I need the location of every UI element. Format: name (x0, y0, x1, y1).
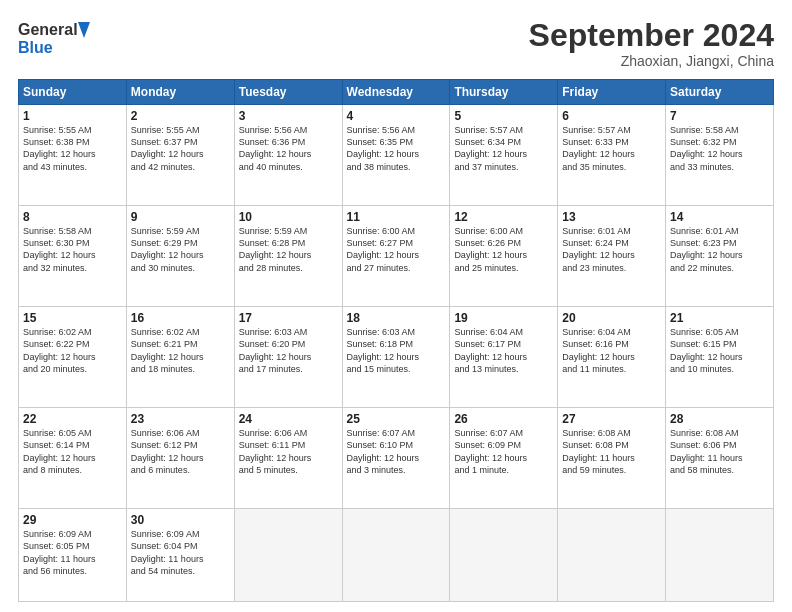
month-title: September 2024 (529, 18, 774, 53)
day-number: 26 (454, 412, 553, 426)
day-cell-16: 16Sunrise: 6:02 AM Sunset: 6:21 PM Dayli… (126, 307, 234, 408)
day-info: Sunrise: 6:07 AM Sunset: 6:10 PM Dayligh… (347, 427, 446, 476)
svg-marker-2 (78, 22, 90, 38)
day-number: 19 (454, 311, 553, 325)
day-cell-2: 2Sunrise: 5:55 AM Sunset: 6:37 PM Daylig… (126, 105, 234, 206)
calendar-table: SundayMondayTuesdayWednesdayThursdayFrid… (18, 79, 774, 602)
day-info: Sunrise: 6:04 AM Sunset: 6:16 PM Dayligh… (562, 326, 661, 375)
day-info: Sunrise: 6:06 AM Sunset: 6:12 PM Dayligh… (131, 427, 230, 476)
empty-cell (558, 509, 666, 602)
day-info: Sunrise: 5:57 AM Sunset: 6:33 PM Dayligh… (562, 124, 661, 173)
day-number: 13 (562, 210, 661, 224)
day-info: Sunrise: 5:57 AM Sunset: 6:34 PM Dayligh… (454, 124, 553, 173)
day-number: 6 (562, 109, 661, 123)
day-number: 14 (670, 210, 769, 224)
day-number: 22 (23, 412, 122, 426)
day-number: 5 (454, 109, 553, 123)
day-cell-24: 24Sunrise: 6:06 AM Sunset: 6:11 PM Dayli… (234, 408, 342, 509)
day-cell-21: 21Sunrise: 6:05 AM Sunset: 6:15 PM Dayli… (666, 307, 774, 408)
day-info: Sunrise: 6:08 AM Sunset: 6:06 PM Dayligh… (670, 427, 769, 476)
day-cell-7: 7Sunrise: 5:58 AM Sunset: 6:32 PM Daylig… (666, 105, 774, 206)
day-info: Sunrise: 6:01 AM Sunset: 6:24 PM Dayligh… (562, 225, 661, 274)
day-number: 9 (131, 210, 230, 224)
svg-text:Blue: Blue (18, 39, 53, 56)
day-cell-8: 8Sunrise: 5:58 AM Sunset: 6:30 PM Daylig… (19, 206, 127, 307)
day-cell-25: 25Sunrise: 6:07 AM Sunset: 6:10 PM Dayli… (342, 408, 450, 509)
day-number: 28 (670, 412, 769, 426)
empty-cell (666, 509, 774, 602)
week-row-4: 22Sunrise: 6:05 AM Sunset: 6:14 PM Dayli… (19, 408, 774, 509)
week-row-5: 29Sunrise: 6:09 AM Sunset: 6:05 PM Dayli… (19, 509, 774, 602)
day-cell-5: 5Sunrise: 5:57 AM Sunset: 6:34 PM Daylig… (450, 105, 558, 206)
day-info: Sunrise: 6:08 AM Sunset: 6:08 PM Dayligh… (562, 427, 661, 476)
day-cell-1: 1Sunrise: 5:55 AM Sunset: 6:38 PM Daylig… (19, 105, 127, 206)
weekday-header-row: SundayMondayTuesdayWednesdayThursdayFrid… (19, 80, 774, 105)
weekday-friday: Friday (558, 80, 666, 105)
header: GeneralBlue September 2024 Zhaoxian, Jia… (18, 18, 774, 69)
day-info: Sunrise: 5:59 AM Sunset: 6:29 PM Dayligh… (131, 225, 230, 274)
day-info: Sunrise: 6:09 AM Sunset: 6:05 PM Dayligh… (23, 528, 122, 577)
day-number: 30 (131, 513, 230, 527)
day-number: 3 (239, 109, 338, 123)
day-info: Sunrise: 6:01 AM Sunset: 6:23 PM Dayligh… (670, 225, 769, 274)
svg-text:General: General (18, 21, 78, 38)
day-cell-13: 13Sunrise: 6:01 AM Sunset: 6:24 PM Dayli… (558, 206, 666, 307)
day-info: Sunrise: 6:02 AM Sunset: 6:22 PM Dayligh… (23, 326, 122, 375)
weekday-tuesday: Tuesday (234, 80, 342, 105)
day-info: Sunrise: 5:55 AM Sunset: 6:37 PM Dayligh… (131, 124, 230, 173)
day-info: Sunrise: 6:05 AM Sunset: 6:15 PM Dayligh… (670, 326, 769, 375)
day-info: Sunrise: 6:00 AM Sunset: 6:27 PM Dayligh… (347, 225, 446, 274)
day-cell-10: 10Sunrise: 5:59 AM Sunset: 6:28 PM Dayli… (234, 206, 342, 307)
day-cell-18: 18Sunrise: 6:03 AM Sunset: 6:18 PM Dayli… (342, 307, 450, 408)
day-cell-22: 22Sunrise: 6:05 AM Sunset: 6:14 PM Dayli… (19, 408, 127, 509)
week-row-2: 8Sunrise: 5:58 AM Sunset: 6:30 PM Daylig… (19, 206, 774, 307)
day-number: 20 (562, 311, 661, 325)
day-info: Sunrise: 6:02 AM Sunset: 6:21 PM Dayligh… (131, 326, 230, 375)
day-cell-3: 3Sunrise: 5:56 AM Sunset: 6:36 PM Daylig… (234, 105, 342, 206)
day-info: Sunrise: 5:56 AM Sunset: 6:36 PM Dayligh… (239, 124, 338, 173)
day-cell-20: 20Sunrise: 6:04 AM Sunset: 6:16 PM Dayli… (558, 307, 666, 408)
day-cell-30: 30Sunrise: 6:09 AM Sunset: 6:04 PM Dayli… (126, 509, 234, 602)
day-info: Sunrise: 6:00 AM Sunset: 6:26 PM Dayligh… (454, 225, 553, 274)
day-number: 25 (347, 412, 446, 426)
week-row-3: 15Sunrise: 6:02 AM Sunset: 6:22 PM Dayli… (19, 307, 774, 408)
day-number: 17 (239, 311, 338, 325)
day-number: 23 (131, 412, 230, 426)
day-number: 15 (23, 311, 122, 325)
day-number: 1 (23, 109, 122, 123)
weekday-thursday: Thursday (450, 80, 558, 105)
day-cell-17: 17Sunrise: 6:03 AM Sunset: 6:20 PM Dayli… (234, 307, 342, 408)
day-cell-15: 15Sunrise: 6:02 AM Sunset: 6:22 PM Dayli… (19, 307, 127, 408)
day-number: 10 (239, 210, 338, 224)
day-cell-26: 26Sunrise: 6:07 AM Sunset: 6:09 PM Dayli… (450, 408, 558, 509)
page: GeneralBlue September 2024 Zhaoxian, Jia… (0, 0, 792, 612)
weekday-sunday: Sunday (19, 80, 127, 105)
day-cell-28: 28Sunrise: 6:08 AM Sunset: 6:06 PM Dayli… (666, 408, 774, 509)
day-info: Sunrise: 6:07 AM Sunset: 6:09 PM Dayligh… (454, 427, 553, 476)
day-cell-14: 14Sunrise: 6:01 AM Sunset: 6:23 PM Dayli… (666, 206, 774, 307)
empty-cell (342, 509, 450, 602)
day-number: 16 (131, 311, 230, 325)
title-block: September 2024 Zhaoxian, Jiangxi, China (529, 18, 774, 69)
day-info: Sunrise: 5:55 AM Sunset: 6:38 PM Dayligh… (23, 124, 122, 173)
day-info: Sunrise: 5:56 AM Sunset: 6:35 PM Dayligh… (347, 124, 446, 173)
location-subtitle: Zhaoxian, Jiangxi, China (529, 53, 774, 69)
day-cell-6: 6Sunrise: 5:57 AM Sunset: 6:33 PM Daylig… (558, 105, 666, 206)
week-row-1: 1Sunrise: 5:55 AM Sunset: 6:38 PM Daylig… (19, 105, 774, 206)
day-info: Sunrise: 6:09 AM Sunset: 6:04 PM Dayligh… (131, 528, 230, 577)
day-number: 12 (454, 210, 553, 224)
weekday-monday: Monday (126, 80, 234, 105)
day-number: 2 (131, 109, 230, 123)
day-info: Sunrise: 5:59 AM Sunset: 6:28 PM Dayligh… (239, 225, 338, 274)
day-info: Sunrise: 6:03 AM Sunset: 6:20 PM Dayligh… (239, 326, 338, 375)
day-cell-27: 27Sunrise: 6:08 AM Sunset: 6:08 PM Dayli… (558, 408, 666, 509)
day-cell-12: 12Sunrise: 6:00 AM Sunset: 6:26 PM Dayli… (450, 206, 558, 307)
day-number: 18 (347, 311, 446, 325)
day-number: 8 (23, 210, 122, 224)
day-number: 21 (670, 311, 769, 325)
day-info: Sunrise: 6:05 AM Sunset: 6:14 PM Dayligh… (23, 427, 122, 476)
day-cell-23: 23Sunrise: 6:06 AM Sunset: 6:12 PM Dayli… (126, 408, 234, 509)
day-cell-29: 29Sunrise: 6:09 AM Sunset: 6:05 PM Dayli… (19, 509, 127, 602)
day-number: 29 (23, 513, 122, 527)
day-cell-19: 19Sunrise: 6:04 AM Sunset: 6:17 PM Dayli… (450, 307, 558, 408)
